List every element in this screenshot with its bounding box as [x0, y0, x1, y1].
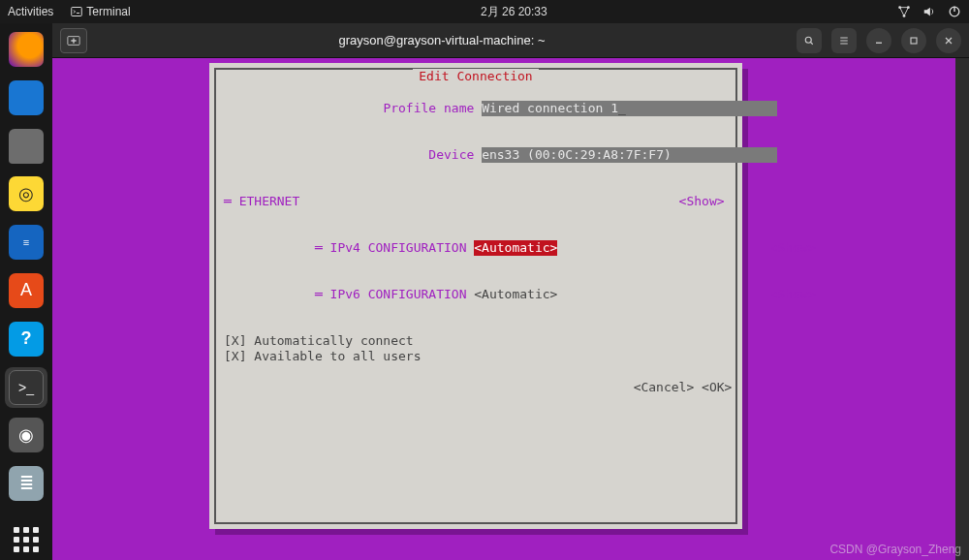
ipv4-mode-select[interactable]: <Automatic>	[474, 240, 557, 256]
ipv6-mode-select[interactable]: <Automatic>	[474, 287, 557, 301]
terminal-window: grayson@grayson-virtual-machine: ~	[52, 23, 969, 560]
topbar-app-menu[interactable]: Terminal	[71, 5, 130, 18]
dock-help[interactable]: ?	[5, 319, 47, 359]
close-icon	[943, 35, 954, 47]
svg-rect-8	[911, 38, 917, 44]
new-tab-button[interactable]	[60, 28, 87, 53]
dialog-footer-buttons[interactable]: <Cancel> <OK>	[224, 380, 732, 394]
power-icon	[948, 5, 961, 18]
dock-files[interactable]	[5, 126, 47, 167]
terminal-scrollbar[interactable]	[955, 58, 969, 560]
ipv4-label: ═ IPv4 CONFIGURATION	[315, 240, 474, 255]
hamburger-icon	[838, 35, 850, 47]
ethernet-row[interactable]: ═ ETHERNET <Show>	[224, 194, 725, 208]
ipv4-show-button[interactable]: <Show>	[557, 240, 815, 255]
watermark: CSDN @Grayson_Zheng	[829, 543, 961, 556]
dock-software[interactable]: A	[5, 270, 47, 311]
minimize-button[interactable]	[866, 28, 891, 53]
svg-rect-0	[72, 8, 82, 16]
activities-button[interactable]: Activities	[8, 5, 53, 18]
ipv6-label: ═ IPv6 CONFIGURATION	[315, 287, 474, 301]
newtab-icon	[67, 34, 80, 47]
grid-icon	[9, 522, 44, 557]
network-icon	[897, 5, 911, 18]
available-all-users-checkbox[interactable]: [X] Available to all users	[224, 349, 422, 363]
volume-icon	[922, 5, 936, 18]
dock-thunderbird[interactable]	[5, 78, 47, 118]
profile-name-input[interactable]: Wired connection 1_	[482, 101, 777, 116]
topbar-clock[interactable]: 2月 26 20:33	[131, 4, 897, 20]
ipv6-show-button[interactable]: <Show>	[557, 287, 815, 301]
search-icon	[803, 35, 815, 47]
search-button[interactable]	[797, 28, 822, 53]
window-title: grayson@grayson-virtual-machine: ~	[87, 33, 797, 47]
dock-todo[interactable]: ≣	[5, 463, 47, 504]
gnome-top-panel: Activities Terminal 2月 26 20:33	[0, 0, 969, 23]
close-button[interactable]	[936, 28, 961, 53]
dock-writer[interactable]: ≡	[5, 222, 47, 263]
terminal-icon	[71, 6, 82, 17]
auto-connect-checkbox[interactable]: [X] Automatically connect	[224, 333, 414, 348]
svg-point-7	[805, 37, 811, 43]
dock-terminal[interactable]: >_	[5, 367, 47, 408]
minimize-icon	[873, 35, 885, 47]
topbar-system-menu[interactable]	[897, 5, 961, 18]
terminal-body[interactable]: Edit Connection Profile name Wired conne…	[52, 58, 969, 560]
svg-rect-5	[953, 7, 954, 12]
device-input[interactable]: ens33 (00:0C:29:A8:7F:F7)	[482, 147, 777, 163]
dock-show-apps[interactable]	[5, 519, 47, 560]
hamburger-menu-button[interactable]	[831, 28, 857, 53]
dock-firefox[interactable]	[5, 29, 47, 70]
dialog-title: Edit Connection	[413, 69, 538, 84]
dialog-border: Edit Connection Profile name Wired conne…	[214, 68, 737, 524]
maximize-button[interactable]	[901, 28, 926, 53]
nmtui-dialog: Edit Connection Profile name Wired conne…	[209, 63, 742, 529]
ubuntu-dock: ◎ ≡ A ? >_ ◉ ≣	[0, 23, 52, 560]
device-label: Device	[315, 147, 482, 162]
window-titlebar: grayson@grayson-virtual-machine: ~	[52, 23, 969, 58]
maximize-icon	[908, 35, 920, 47]
dock-disks[interactable]: ◉	[5, 416, 47, 456]
dock-rhythmbox[interactable]: ◎	[5, 173, 47, 214]
profile-name-label: Profile name	[315, 101, 482, 115]
